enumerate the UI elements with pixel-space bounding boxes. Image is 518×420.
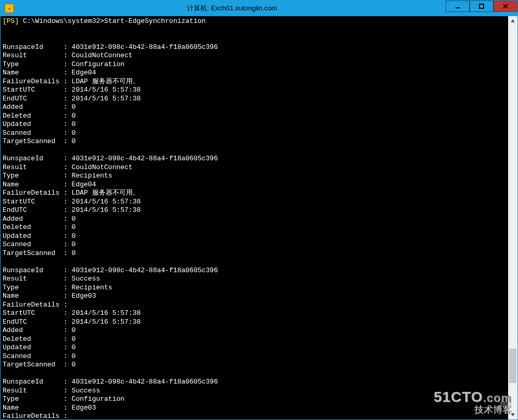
chevron-down-icon — [510, 412, 515, 417]
svg-marker-5 — [511, 413, 515, 416]
close-button[interactable] — [494, 1, 517, 12]
minimize-button[interactable] — [446, 1, 470, 12]
console-output[interactable]: [PS] C:\Windows\system32>Start-EdgeSynch… — [1, 16, 508, 419]
window-title: 计算机: Exch01.xutonglin.com — [18, 4, 446, 13]
maximize-icon — [478, 3, 485, 9]
vertical-scrollbar[interactable] — [508, 16, 517, 419]
app-icon: ▪ — [5, 4, 14, 13]
scroll-up-button[interactable] — [508, 16, 517, 26]
maximize-button[interactable] — [470, 1, 494, 12]
client-area: [PS] C:\Windows\system32>Start-EdgeSynch… — [1, 16, 517, 419]
svg-rect-1 — [479, 4, 484, 8]
scroll-down-button[interactable] — [508, 410, 517, 419]
close-icon — [502, 3, 509, 9]
scroll-track[interactable] — [508, 26, 517, 410]
minimize-icon — [454, 3, 461, 9]
svg-marker-4 — [511, 19, 515, 22]
scroll-thumb[interactable] — [509, 349, 516, 384]
chevron-up-icon — [510, 18, 515, 23]
title-bar[interactable]: ▪ 计算机: Exch01.xutonglin.com — [1, 1, 517, 16]
window-controls — [446, 1, 517, 16]
app-window: ▪ 计算机: Exch01.xutonglin.com [PS] C:\Wind… — [0, 0, 518, 420]
